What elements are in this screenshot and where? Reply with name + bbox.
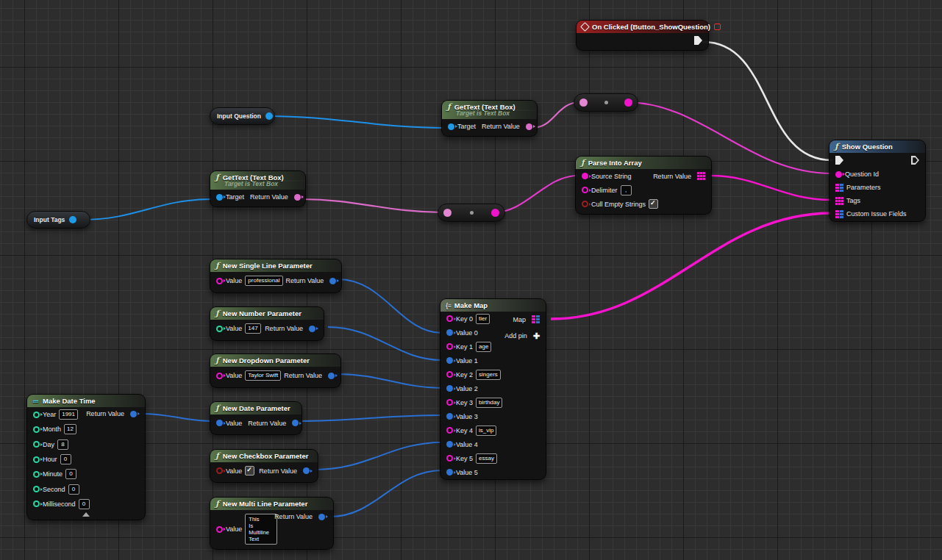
value-pin[interactable] [216, 278, 223, 284]
delegate-pin-icon[interactable] [714, 24, 721, 30]
parameters-map-pin[interactable] [835, 184, 843, 192]
cull-empty-strings-checkbox[interactable] [649, 199, 658, 209]
year-pin[interactable] [33, 412, 40, 418]
value1-pin[interactable] [446, 357, 453, 364]
delimiter-field[interactable]: , [621, 185, 632, 195]
exec-out-pin[interactable] [694, 36, 702, 45]
key4-pin[interactable] [446, 427, 453, 434]
reroute-out-pin[interactable] [491, 209, 499, 217]
value-pin[interactable] [216, 420, 223, 426]
output-pin[interactable] [69, 216, 76, 223]
var-input-tags[interactable]: Input Tags [26, 211, 90, 229]
value4-pin[interactable] [446, 441, 453, 448]
wire-date-value3[interactable] [298, 415, 442, 421]
key5-field[interactable]: essay [476, 453, 497, 464]
node-new-checkbox-parameter[interactable]: ƒ New Checkbox Parameter Value Return Va… [210, 449, 318, 483]
node-make-map[interactable]: {≡ Make Map Key 0tier Value 0 Key 1age V… [440, 298, 546, 480]
key1-field[interactable]: age [476, 342, 491, 352]
wire-gettext2-reroute2[interactable] [301, 199, 443, 212]
delimiter-pin[interactable] [582, 187, 588, 193]
custom-issue-fields-map-pin[interactable] [835, 210, 843, 218]
value2-pin[interactable] [446, 385, 453, 392]
node-gettext-question[interactable]: ƒ GetText (Text Box) Target is Text Box … [441, 100, 538, 137]
wire-number-value1[interactable] [328, 327, 442, 360]
output-pin[interactable] [265, 112, 273, 120]
node-new-dropdown-parameter[interactable]: ƒ New Dropdown Parameter Value Taylor Sw… [210, 353, 341, 388]
wire-makemap-customissuefields[interactable] [551, 213, 832, 319]
value-field[interactable]: professional [245, 276, 282, 286]
exec-out-pin[interactable] [911, 156, 919, 165]
node-new-multi-line-parameter[interactable]: ƒ New Multi Line Parameter Value This Is… [210, 497, 334, 550]
value-checkbox[interactable] [245, 466, 254, 475]
reroute-node[interactable] [438, 204, 505, 222]
wire-exec-onclicked-showquestion[interactable] [703, 42, 832, 160]
map-out-pin[interactable] [532, 315, 540, 323]
millisecond-field[interactable]: 0 [79, 499, 90, 509]
value3-pin[interactable] [446, 413, 453, 420]
value-field[interactable]: 147 [245, 323, 260, 334]
source-string-pin[interactable] [582, 173, 588, 179]
wire-parsearray-tags[interactable] [710, 176, 832, 200]
key4-field[interactable]: is_vip [476, 426, 496, 436]
wire-dropdown-value2[interactable] [338, 374, 442, 388]
node-parse-into-array[interactable]: ƒ Parse Into Array Source String Return … [575, 156, 712, 215]
return-value-pin[interactable] [526, 123, 532, 130]
return-value-pin[interactable] [328, 373, 335, 379]
second-pin[interactable] [33, 486, 40, 492]
return-value-pin[interactable] [294, 194, 301, 201]
day-pin[interactable] [33, 441, 40, 448]
target-pin[interactable] [216, 194, 223, 201]
key0-field[interactable]: tier [476, 314, 490, 324]
key5-pin[interactable] [446, 455, 453, 462]
collapse-arrow-icon[interactable] [82, 512, 90, 517]
minute-pin[interactable] [33, 471, 40, 478]
node-new-date-parameter[interactable]: ƒ New Date Parameter Value Return Value [210, 401, 302, 435]
return-value-pin[interactable] [303, 467, 310, 474]
month-pin[interactable] [33, 426, 40, 433]
node-on-clicked[interactable]: On Clicked (Button_ShowQuestion) [576, 20, 709, 51]
exec-in-pin[interactable] [835, 156, 843, 165]
return-array-pin[interactable] [697, 172, 705, 180]
month-field[interactable]: 12 [64, 424, 76, 434]
value-pin[interactable] [216, 326, 223, 332]
return-value-pin[interactable] [329, 278, 336, 284]
day-field[interactable]: 8 [57, 439, 68, 450]
value-pin[interactable] [216, 373, 223, 379]
key0-pin[interactable] [446, 315, 453, 322]
question-id-pin[interactable] [835, 171, 842, 178]
minute-field[interactable]: 0 [65, 469, 76, 479]
hour-pin[interactable] [33, 456, 40, 463]
reroute-node[interactable] [574, 93, 638, 112]
graph-canvas[interactable]: On Clicked (Button_ShowQuestion) ƒ GetTe… [0, 0, 942, 560]
add-pin-button[interactable]: Add pin ✚ [502, 332, 540, 340]
wire-inputquestion-gettext-target[interactable] [268, 116, 443, 128]
reroute-in-pin[interactable] [579, 98, 588, 107]
return-value-pin[interactable] [309, 326, 315, 332]
value-pin[interactable] [216, 526, 223, 533]
node-show-question[interactable]: ƒ Show Question Question Id Parameters T… [829, 140, 926, 222]
var-input-question[interactable]: Input Question [210, 107, 275, 125]
node-new-single-line-parameter[interactable]: ƒ New Single Line Parameter Value profes… [210, 259, 342, 293]
value0-pin[interactable] [446, 329, 453, 336]
reroute-out-pin[interactable] [624, 98, 632, 107]
wire-multiline-value5[interactable] [330, 470, 442, 517]
key3-pin[interactable] [446, 399, 453, 406]
tags-array-pin[interactable] [835, 197, 843, 205]
key2-pin[interactable] [446, 371, 453, 378]
return-value-pin[interactable] [318, 514, 325, 520]
value-field[interactable]: Taylor Swift [245, 370, 281, 381]
millisecond-pin[interactable] [33, 500, 40, 507]
node-gettext-tags[interactable]: ƒ GetText (Text Box) Target is Text Box … [210, 170, 306, 207]
key3-field[interactable]: birthday [476, 398, 502, 408]
return-value-pin[interactable] [292, 420, 299, 426]
return-value-pin[interactable] [130, 411, 137, 417]
value5-pin[interactable] [446, 469, 453, 475]
wire-singleline-value0[interactable] [338, 279, 442, 333]
second-field[interactable]: 0 [68, 484, 79, 495]
node-new-number-parameter[interactable]: ƒ New Number Parameter Value 147 Return … [210, 306, 324, 341]
key1-pin[interactable] [446, 343, 453, 350]
wire-makedatetime-datevalue[interactable] [142, 414, 212, 421]
cull-empty-strings-pin[interactable] [582, 201, 588, 207]
target-pin[interactable] [448, 123, 454, 130]
reroute-in-pin[interactable] [443, 209, 452, 217]
